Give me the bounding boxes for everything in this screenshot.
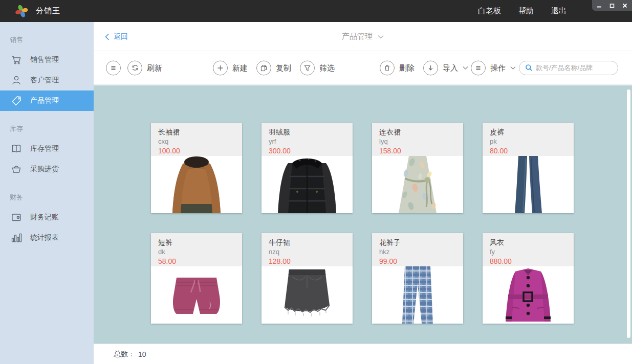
product-name: 皮裤 bbox=[490, 127, 566, 137]
menu-icon bbox=[106, 60, 121, 75]
total-value: 10 bbox=[138, 350, 146, 358]
product-image-denim-skirt bbox=[261, 266, 353, 324]
product-code: fy bbox=[490, 247, 566, 257]
import-label: 导入 bbox=[443, 63, 458, 73]
total-label: 总数： bbox=[114, 350, 135, 359]
book-icon bbox=[10, 142, 23, 155]
list-menu-button[interactable] bbox=[106, 60, 121, 75]
search-icon bbox=[525, 64, 533, 72]
chevron-down-icon bbox=[378, 35, 384, 39]
product-name: 风衣 bbox=[490, 238, 566, 247]
product-name: 长袖裙 bbox=[158, 127, 235, 137]
titlebar: 分销王 白老板 帮助 退出 bbox=[0, 0, 632, 22]
logout-menu[interactable]: 退出 bbox=[551, 6, 566, 16]
chevron-down-icon bbox=[463, 66, 468, 70]
delete-button[interactable]: 删除 bbox=[380, 60, 415, 75]
product-code: cxq bbox=[158, 137, 235, 146]
page-title: 产品管理 bbox=[342, 32, 373, 41]
sidebar-section-inventory: 库存 bbox=[10, 124, 94, 133]
refresh-button[interactable]: 刷新 bbox=[127, 60, 162, 75]
product-card[interactable]: 风衣 fy 880.00 bbox=[483, 233, 574, 324]
product-image-magenta-shorts bbox=[151, 266, 242, 324]
product-image-blue-leather-pants bbox=[483, 156, 574, 213]
product-price: 99.00 bbox=[379, 257, 456, 266]
trash-icon bbox=[380, 60, 395, 75]
sidebar: 销售 销售管理 客户管理 产品管理 库存 库存管 bbox=[0, 22, 94, 364]
close-icon[interactable] bbox=[622, 3, 628, 9]
titlebar-menu: 白老板 帮助 退出 bbox=[478, 0, 566, 22]
filter-button[interactable]: 筛选 bbox=[300, 60, 335, 75]
actions-button[interactable]: 操作 bbox=[471, 60, 516, 75]
page-header: 返回 产品管理 bbox=[94, 22, 632, 51]
sidebar-item-customer-mgmt[interactable]: 客户管理 bbox=[0, 70, 94, 90]
product-code: pk bbox=[490, 137, 566, 146]
product-cards: 长袖裙 cxq 100.00 羽绒服 bbox=[151, 123, 574, 324]
search-box bbox=[519, 61, 618, 75]
import-arrow-icon bbox=[423, 60, 438, 75]
filter-icon bbox=[300, 60, 315, 75]
bar-chart-icon bbox=[10, 231, 23, 244]
product-card[interactable]: 花裤子 hkz 99.00 bbox=[372, 233, 463, 324]
sidebar-item-label: 采购进货 bbox=[30, 165, 59, 174]
product-code: lyq bbox=[379, 137, 456, 146]
sidebar-item-reports[interactable]: 统计报表 bbox=[0, 228, 94, 248]
cart-icon bbox=[10, 53, 23, 66]
page-title-dropdown[interactable]: 产品管理 bbox=[94, 22, 632, 51]
minimize-icon[interactable] bbox=[596, 3, 602, 9]
new-label: 新建 bbox=[232, 63, 248, 73]
main-area: 返回 产品管理 刷新 新建 bbox=[94, 22, 632, 364]
app-title: 分销王 bbox=[36, 0, 60, 22]
sidebar-item-sales-mgmt[interactable]: 销售管理 bbox=[0, 50, 94, 70]
actions-menu-icon bbox=[471, 60, 486, 75]
maximize-icon[interactable] bbox=[609, 3, 615, 9]
sidebar-item-product-mgmt[interactable]: 产品管理 bbox=[0, 90, 94, 111]
vertical-scrollbar-thumb[interactable] bbox=[627, 89, 630, 338]
product-image-plaid-pants bbox=[372, 266, 463, 324]
app-logo-pinwheel-icon bbox=[15, 4, 29, 18]
copy-icon bbox=[256, 60, 271, 75]
delete-label: 删除 bbox=[399, 63, 415, 73]
sidebar-item-bookkeeping[interactable]: 财务记账 bbox=[0, 207, 94, 228]
actions-label: 操作 bbox=[490, 63, 506, 73]
sidebar-item-label: 财务记账 bbox=[30, 213, 59, 222]
sidebar-item-label: 客户管理 bbox=[30, 76, 59, 85]
user-icon bbox=[10, 74, 23, 87]
help-menu[interactable]: 帮助 bbox=[518, 6, 534, 16]
copy-button[interactable]: 复制 bbox=[256, 60, 291, 75]
product-name: 花裤子 bbox=[379, 238, 456, 247]
sidebar-item-inventory-mgmt[interactable]: 库存管理 bbox=[0, 139, 94, 159]
product-price: 128.00 bbox=[269, 257, 345, 266]
sidebar-section-sales: 销售 bbox=[10, 35, 94, 44]
new-button[interactable]: 新建 bbox=[213, 60, 248, 75]
product-card[interactable]: 皮裤 pk 80.00 bbox=[483, 123, 574, 213]
toolbar: 刷新 新建 复制 筛选 bbox=[94, 51, 632, 85]
product-name: 牛仔裙 bbox=[269, 238, 345, 247]
product-card[interactable]: 牛仔裙 nzq 128.00 bbox=[261, 233, 353, 324]
import-button[interactable]: 导入 bbox=[423, 60, 468, 75]
copy-label: 复制 bbox=[276, 63, 291, 73]
product-card[interactable]: 短裤 dk 58.00 bbox=[151, 233, 242, 324]
product-card[interactable]: 连衣裙 lyq 158.00 bbox=[372, 123, 463, 213]
tag-icon bbox=[10, 94, 23, 107]
search-input[interactable] bbox=[536, 64, 612, 72]
product-card[interactable]: 羽绒服 yrf 300.00 bbox=[261, 123, 353, 213]
basket-icon bbox=[10, 163, 23, 176]
sidebar-item-label: 销售管理 bbox=[30, 55, 59, 64]
product-card[interactable]: 长袖裙 cxq 100.00 bbox=[151, 123, 242, 213]
product-grid-area: 长袖裙 cxq 100.00 羽绒服 bbox=[94, 85, 632, 344]
product-code: yrf bbox=[269, 137, 345, 146]
footer-bar: 总数： 10 bbox=[94, 344, 632, 364]
product-code: dk bbox=[158, 247, 235, 257]
product-price: 100.00 bbox=[158, 146, 235, 155]
product-image-magenta-trench-coat bbox=[483, 266, 574, 324]
chevron-down-icon bbox=[510, 66, 516, 70]
product-code: hkz bbox=[379, 247, 456, 257]
user-menu[interactable]: 白老板 bbox=[478, 6, 501, 16]
sidebar-item-label: 产品管理 bbox=[30, 96, 59, 105]
plus-icon bbox=[213, 60, 228, 75]
product-price: 880.00 bbox=[490, 257, 566, 266]
product-image-floral-dress bbox=[372, 156, 463, 213]
sidebar-item-purchasing[interactable]: 采购进货 bbox=[0, 159, 94, 179]
product-name: 羽绒服 bbox=[269, 127, 345, 137]
product-name: 连衣裙 bbox=[379, 127, 456, 137]
